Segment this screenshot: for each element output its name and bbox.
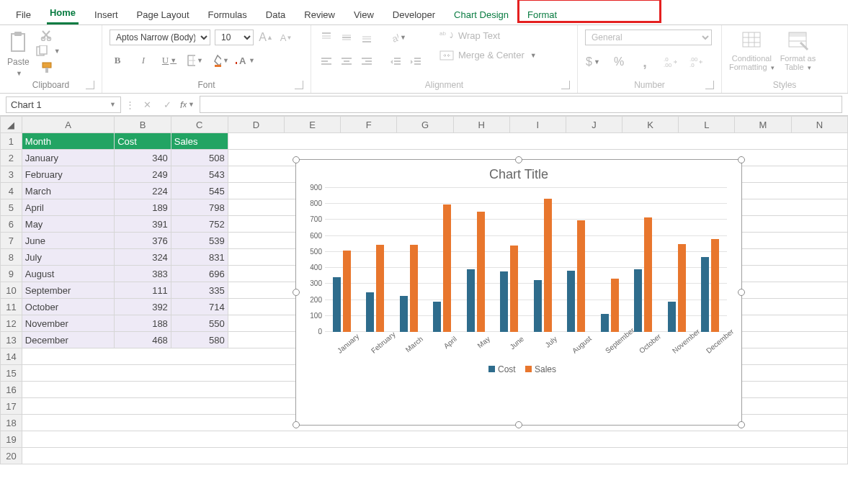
- align-center-icon[interactable]: [339, 54, 354, 70]
- row-header[interactable]: 9: [1, 266, 22, 282]
- row-header[interactable]: 13: [1, 332, 22, 348]
- cell[interactable]: 335: [171, 282, 228, 299]
- bold-button[interactable]: B: [110, 53, 125, 68]
- comma-format-icon[interactable]: ,: [637, 54, 653, 70]
- col-header[interactable]: D: [228, 117, 284, 133]
- row-header[interactable]: 16: [1, 382, 22, 398]
- cell[interactable]: 508: [171, 150, 228, 166]
- cell[interactable]: 111: [115, 282, 171, 299]
- font-name-select[interactable]: Aptos Narrow (Body): [110, 30, 210, 45]
- align-right-icon[interactable]: [359, 54, 375, 70]
- dialog-launcher-icon[interactable]: [86, 81, 94, 89]
- wrap-text-button[interactable]: abWrap Text: [439, 30, 537, 41]
- decrease-indent-icon[interactable]: [388, 54, 403, 70]
- row-header[interactable]: 4: [1, 183, 22, 199]
- dialog-launcher-icon[interactable]: [295, 81, 303, 89]
- col-header[interactable]: A: [22, 117, 114, 133]
- cell[interactable]: 391: [115, 216, 171, 233]
- cell[interactable]: 340: [115, 150, 171, 166]
- cell[interactable]: 550: [171, 315, 228, 332]
- col-header[interactable]: B: [115, 117, 171, 133]
- tab-page-layout[interactable]: Page Layout: [134, 6, 192, 24]
- percent-format-icon[interactable]: %: [611, 54, 627, 70]
- cell[interactable]: 468: [115, 332, 171, 348]
- cell[interactable]: January: [22, 150, 114, 166]
- cell[interactable]: 383: [115, 266, 171, 282]
- cell[interactable]: 798: [171, 199, 228, 216]
- borders-button[interactable]: ▼: [187, 53, 203, 68]
- cell[interactable]: June: [22, 233, 114, 249]
- tab-review[interactable]: Review: [301, 6, 338, 24]
- col-header[interactable]: C: [171, 117, 228, 133]
- select-all-corner[interactable]: ◢: [1, 117, 22, 133]
- row-header[interactable]: 17: [1, 398, 22, 415]
- col-header[interactable]: K: [622, 117, 679, 133]
- tab-data[interactable]: Data: [263, 6, 288, 24]
- format-painter-icon[interactable]: [35, 61, 61, 74]
- formula-bar[interactable]: [200, 96, 842, 113]
- cell[interactable]: 539: [171, 233, 228, 249]
- row-header[interactable]: 8: [1, 249, 22, 266]
- col-header[interactable]: N: [791, 117, 847, 133]
- chart-plot-area[interactable]: 0100200300400500600700800900: [325, 188, 727, 332]
- orientation-icon[interactable]: ab▼: [390, 30, 406, 45]
- col-header[interactable]: L: [679, 117, 735, 133]
- enter-formula-icon[interactable]: ✓: [159, 96, 175, 112]
- dialog-launcher-icon[interactable]: [561, 81, 570, 89]
- cell[interactable]: 696: [171, 266, 228, 282]
- col-header[interactable]: F: [341, 117, 397, 133]
- fx-icon[interactable]: fx▼: [179, 96, 195, 112]
- tab-insert[interactable]: Insert: [92, 6, 121, 24]
- cell[interactable]: March: [22, 183, 114, 199]
- cell[interactable]: 224: [115, 183, 171, 199]
- font-color-button[interactable]: A▼: [239, 53, 255, 68]
- embedded-chart[interactable]: Chart Title 0100200300400500600700800900…: [295, 159, 742, 426]
- col-header[interactable]: H: [453, 117, 509, 133]
- tab-file[interactable]: File: [13, 6, 34, 24]
- name-box[interactable]: Chart 1▼: [6, 96, 121, 113]
- cell[interactable]: April: [22, 199, 114, 216]
- col-header[interactable]: G: [397, 117, 453, 133]
- increase-font-icon[interactable]: A▲: [258, 30, 274, 45]
- row-header[interactable]: 15: [1, 365, 22, 382]
- paste-button[interactable]: Paste ▼: [7, 30, 30, 77]
- row-header[interactable]: 5: [1, 199, 22, 216]
- col-header[interactable]: J: [566, 117, 622, 133]
- increase-indent-icon[interactable]: [408, 54, 424, 70]
- cell[interactable]: 545: [171, 183, 228, 199]
- row-header[interactable]: 1: [1, 133, 22, 150]
- cell[interactable]: 376: [115, 233, 171, 249]
- tab-chart-design[interactable]: Chart Design: [451, 6, 512, 24]
- cell[interactable]: 831: [171, 249, 228, 266]
- number-format-select[interactable]: General: [585, 30, 712, 45]
- row-header[interactable]: 14: [1, 348, 22, 365]
- conditional-formatting-button[interactable]: ConditionalFormatting ▾: [729, 30, 775, 72]
- cell[interactable]: July: [22, 249, 114, 266]
- cell[interactable]: 188: [115, 315, 171, 332]
- italic-button[interactable]: I: [135, 53, 151, 68]
- copy-button[interactable]: ▼: [35, 45, 61, 57]
- row-header[interactable]: 20: [1, 448, 22, 464]
- cell[interactable]: Cost: [115, 133, 171, 150]
- cell[interactable]: Sales: [171, 133, 228, 150]
- cell[interactable]: 752: [171, 216, 228, 233]
- cell[interactable]: 714: [171, 299, 228, 315]
- align-left-icon[interactable]: [318, 54, 334, 70]
- row-header[interactable]: 6: [1, 216, 22, 233]
- col-header[interactable]: I: [509, 117, 566, 133]
- format-as-table-button[interactable]: Format asTable ▾: [780, 30, 816, 72]
- increase-decimal-icon[interactable]: .0.00: [663, 54, 679, 70]
- cell[interactable]: 580: [171, 332, 228, 348]
- fill-color-button[interactable]: ▼: [213, 53, 229, 68]
- align-middle-icon[interactable]: [339, 30, 354, 45]
- align-top-icon[interactable]: [318, 30, 334, 45]
- chart-title[interactable]: Chart Title: [296, 160, 741, 185]
- cancel-formula-icon[interactable]: ✕: [139, 96, 155, 112]
- align-bottom-icon[interactable]: [359, 30, 375, 45]
- underline-button[interactable]: U▼: [161, 53, 177, 68]
- cell[interactable]: 543: [171, 166, 228, 183]
- decrease-decimal-icon[interactable]: .00.0: [689, 54, 705, 70]
- cell[interactable]: May: [22, 216, 114, 233]
- row-header[interactable]: 18: [1, 415, 22, 431]
- cell[interactable]: December: [22, 332, 114, 348]
